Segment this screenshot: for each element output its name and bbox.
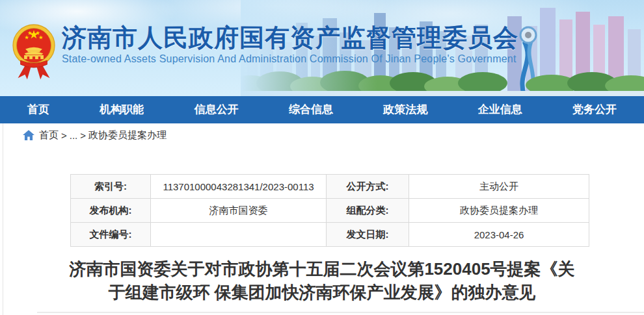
document-number-label: 文件编号: <box>71 223 151 247</box>
site-title-english: State-owned Assets Supervision And Admin… <box>62 53 518 65</box>
nav-item-info-disclosure[interactable]: 信息公开 <box>195 96 239 123</box>
breadcrumb-collapsed[interactable]: ... <box>70 130 78 141</box>
national-emblem-icon <box>12 21 56 82</box>
divider <box>37 312 644 313</box>
home-icon[interactable] <box>23 130 34 140</box>
nav-item-functions[interactable]: 机构职能 <box>100 96 144 123</box>
page: 济南市人民政府国有资产监督管理委员会 State-owned Assets Su… <box>0 0 644 315</box>
site-title: 济南市人民政府国有资产监督管理委员会 <box>62 23 518 52</box>
breadcrumb-home[interactable]: 首页 <box>39 129 59 142</box>
site-title-block: 济南市人民政府国有资产监督管理委员会 State-owned Assets Su… <box>62 23 518 65</box>
nav-item-policies[interactable]: 政策法规 <box>383 96 427 123</box>
issuing-agency-value: 济南市国资委 <box>151 199 327 223</box>
index-number-label: 索引号: <box>71 175 151 199</box>
nav-item-comprehensive-info[interactable]: 综合信息 <box>289 96 333 123</box>
nav-item-party-affairs[interactable]: 党务公开 <box>572 96 617 123</box>
main-nav: 首页 机构职能 信息公开 综合信息 政策法规 企业信息 党务公开 <box>0 96 644 123</box>
breadcrumb-separator: > <box>61 130 67 141</box>
issue-date-value: 2023-04-26 <box>409 223 589 247</box>
issue-date-label: 发文日期: <box>327 223 409 247</box>
header-banner: 济南市人民政府国有资产监督管理委员会 State-owned Assets Su… <box>0 0 644 96</box>
left-edge-rule <box>3 123 3 315</box>
issuing-agency-label: 发布机构: <box>71 199 151 223</box>
nav-item-enterprise-info[interactable]: 企业信息 <box>478 96 522 123</box>
category-label: 组配分类: <box>327 199 409 223</box>
category-value: 政协委员提案办理 <box>409 199 589 223</box>
breadcrumb-current[interactable]: 政协委员提案办理 <box>88 129 167 142</box>
disclosure-method-value: 主动公开 <box>409 175 589 199</box>
table-row: 文件编号: 发文日期: 2023-04-26 <box>71 223 589 247</box>
nav-item-home[interactable]: 首页 <box>27 96 49 123</box>
document-number-value <box>151 223 327 247</box>
disclosure-method-label: 公开方式: <box>327 175 409 199</box>
breadcrumb-separator: > <box>80 130 86 141</box>
breadcrumb: 首页 > ... > 政协委员提案办理 <box>0 123 644 147</box>
table-row: 索引号: 113701000043281341/2023-00113 公开方式:… <box>71 175 589 199</box>
document-info-table: 索引号: 113701000043281341/2023-00113 公开方式:… <box>70 174 589 247</box>
article-title: 济南市国资委关于对市政协第十五届二次会议第1520405号提案《关于组建市级环 … <box>62 257 582 304</box>
index-number-value: 113701000043281341/2023-00113 <box>151 175 327 199</box>
table-row: 发布机构: 济南市国资委 组配分类: 政协委员提案办理 <box>71 199 589 223</box>
